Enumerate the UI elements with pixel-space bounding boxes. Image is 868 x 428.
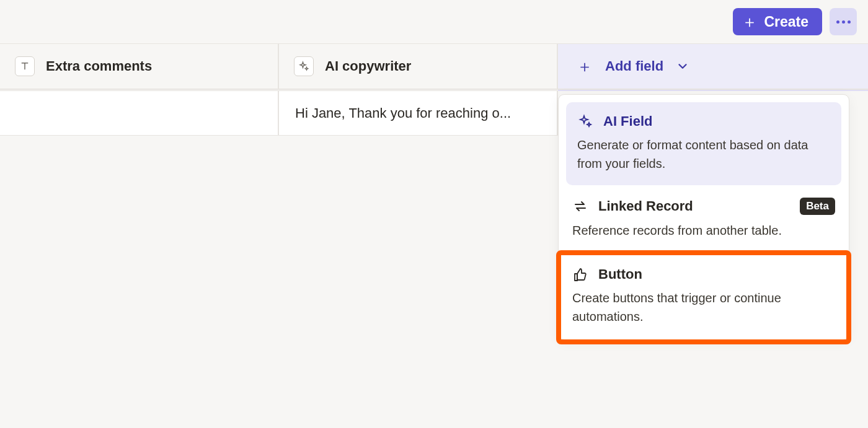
cell-extra-comments[interactable]	[0, 91, 279, 136]
text-type-icon	[15, 56, 35, 76]
field-option-desc: Create buttons that trigger or continue …	[572, 289, 835, 326]
field-option-desc: Generate or format content based on data…	[577, 136, 830, 173]
dot-icon	[836, 20, 839, 24]
create-button-label: Create	[764, 14, 808, 30]
dot-icon	[842, 20, 845, 24]
table-header-row: Extra comments AI copywriter ＋ Add field	[0, 43, 868, 91]
add-field-dropdown: AI Field Generate or format content base…	[558, 94, 849, 340]
top-toolbar: ＋ Create	[0, 0, 868, 43]
cell-ai-copywriter[interactable]: Hi Jane, Thank you for reaching o...	[279, 91, 558, 136]
column-extra-comments[interactable]: Extra comments	[0, 43, 279, 91]
sparkle-icon	[294, 56, 314, 76]
column-label: Extra comments	[46, 58, 152, 74]
field-option-button[interactable]: Button Create buttons that trigger or co…	[559, 254, 849, 339]
field-option-title: Button	[598, 266, 642, 282]
dot-icon	[848, 20, 851, 24]
column-label: AI copywriter	[325, 58, 411, 74]
field-option-desc: Reference records from another table.	[572, 221, 835, 240]
plus-icon: ＋	[577, 56, 593, 77]
plus-icon: ＋	[742, 14, 758, 30]
sparkle-icon	[577, 113, 593, 129]
field-option-ai-field[interactable]: AI Field Generate or format content base…	[566, 102, 841, 185]
swap-arrows-icon	[572, 198, 588, 214]
beta-badge: Beta	[800, 198, 835, 215]
field-option-title: Linked Record	[598, 198, 693, 214]
field-option-linked-record[interactable]: Linked Record Beta Reference records fro…	[559, 185, 849, 253]
add-field-column[interactable]: ＋ Add field	[558, 43, 868, 91]
create-button[interactable]: ＋ Create	[733, 8, 822, 35]
field-option-title: AI Field	[603, 113, 652, 129]
more-menu-button[interactable]	[830, 8, 857, 35]
thumbs-up-icon	[572, 266, 588, 282]
column-ai-copywriter[interactable]: AI copywriter	[279, 43, 558, 91]
chevron-down-icon	[676, 59, 689, 73]
add-field-label: Add field	[605, 58, 663, 74]
